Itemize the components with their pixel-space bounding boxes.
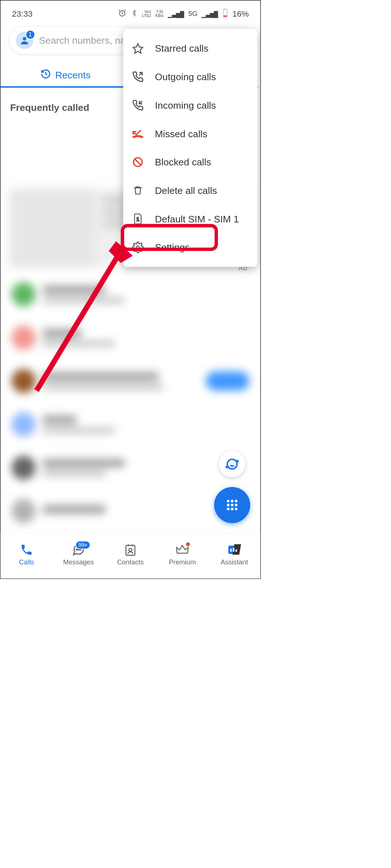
tab-recents-label: Recents: [55, 69, 91, 80]
status-right: Vo1LTE2 7.91KB/s ▁▃▅▇ 5G ▁▃▅▇ 16%: [118, 8, 249, 19]
svg-rect-27: [230, 548, 232, 551]
svg-point-10: [227, 459, 237, 469]
svg-point-19: [235, 508, 237, 510]
call-log-row[interactable]: [9, 359, 251, 403]
nav-calls[interactable]: Calls: [0, 543, 52, 566]
menu-outgoing-calls[interactable]: Outgoing calls: [123, 62, 258, 91]
svg-text:1: 1: [136, 216, 139, 222]
profile-avatar[interactable]: 1: [16, 32, 33, 49]
menu-starred-calls[interactable]: Starred calls: [123, 34, 258, 63]
signal-icon: ▁▃▅▇: [168, 10, 184, 18]
svg-rect-28: [233, 548, 234, 551]
svg-point-15: [231, 504, 233, 506]
assistant-icon: [228, 543, 241, 556]
menu-item-label: Delete all calls: [155, 185, 217, 196]
svg-rect-29: [236, 549, 237, 551]
svg-point-13: [235, 500, 237, 502]
svg-point-24: [129, 548, 132, 551]
nav-label: Contacts: [117, 558, 144, 566]
nav-assistant[interactable]: Assistant: [208, 543, 260, 566]
nav-label: Messages: [63, 558, 94, 566]
call-log-row[interactable]: [9, 273, 251, 316]
svg-point-18: [231, 508, 233, 510]
menu-blocked-calls[interactable]: Blocked calls: [123, 148, 258, 177]
nav-contacts[interactable]: Contacts: [104, 543, 156, 566]
menu-item-label: Default SIM - SIM 1: [155, 213, 239, 224]
tab-recents[interactable]: Recents: [0, 64, 130, 88]
menu-item-label: Blocked calls: [155, 157, 211, 168]
svg-point-20: [76, 549, 77, 550]
call-incoming-icon: [131, 99, 144, 112]
gear-icon: [131, 241, 144, 254]
overflow-menu: Starred calls Outgoing calls Incoming ca…: [123, 29, 258, 267]
contacts-icon: [124, 543, 137, 556]
frequent-contact[interactable]: [62, 135, 91, 164]
bottom-nav: Calls 99+ Messages Contacts Premium: [0, 533, 260, 578]
volte-indicator: Vo1LTE2: [142, 10, 151, 17]
fab-dialpad[interactable]: [214, 487, 250, 523]
menu-item-label: Outgoing calls: [155, 71, 216, 82]
signal-icon-2: ▁▃▅▇: [202, 10, 218, 18]
call-log-row[interactable]: [9, 316, 251, 359]
menu-item-label: Settings: [155, 242, 190, 253]
message-icon: 99+: [72, 543, 85, 556]
svg-rect-23: [126, 545, 135, 555]
svg-point-7: [136, 246, 139, 249]
frequent-contact[interactable]: [14, 135, 43, 164]
menu-incoming-calls[interactable]: Incoming calls: [123, 91, 258, 120]
bluetooth-icon: [131, 9, 138, 18]
menu-item-label: Missed calls: [155, 128, 207, 139]
call-missed-icon: [131, 127, 144, 140]
menu-item-label: Incoming calls: [155, 100, 216, 110]
menu-delete-all-calls[interactable]: Delete all calls: [123, 176, 258, 205]
nav-label: Calls: [19, 558, 34, 566]
trash-icon: [131, 184, 144, 197]
menu-item-label: Starred calls: [155, 43, 208, 54]
fab-truecaller[interactable]: [219, 451, 245, 477]
alarm-icon: [118, 9, 126, 18]
battery-percent: 16%: [232, 9, 249, 18]
nav-label: Premium: [169, 558, 196, 566]
status-time: 23:33: [12, 9, 32, 18]
menu-missed-calls[interactable]: Missed calls: [123, 120, 258, 148]
status-bar: 23:33 Vo1LTE2 7.91KB/s ▁▃▅▇ 5G ▁▃▅▇ 16%: [0, 0, 260, 27]
svg-rect-2: [224, 8, 226, 9]
network-speed: 7.91KB/s: [155, 10, 164, 17]
nav-label: Assistant: [221, 558, 248, 566]
crown-icon: [176, 543, 189, 556]
network-type: 5G: [188, 10, 197, 17]
phone-icon: [20, 543, 33, 556]
call-outgoing-icon: [131, 70, 144, 83]
sim-icon: 1: [131, 212, 144, 225]
svg-point-12: [231, 500, 233, 502]
svg-point-16: [235, 504, 237, 506]
svg-point-17: [227, 508, 229, 510]
star-icon: [131, 42, 144, 55]
menu-settings[interactable]: Settings: [123, 233, 258, 262]
battery-icon: [222, 8, 228, 19]
messages-badge: 99+: [75, 541, 91, 549]
svg-rect-3: [224, 15, 227, 17]
menu-default-sim[interactable]: 1 Default SIM - SIM 1: [123, 205, 258, 233]
svg-point-14: [227, 504, 229, 506]
svg-point-11: [227, 500, 229, 502]
nav-messages[interactable]: 99+ Messages: [52, 543, 104, 566]
svg-point-4: [23, 37, 26, 40]
nav-premium[interactable]: Premium: [157, 543, 208, 566]
history-icon: [40, 69, 51, 81]
avatar-badge: 1: [26, 30, 35, 40]
premium-dot: [185, 542, 191, 547]
block-icon: [131, 156, 144, 169]
call-log-row[interactable]: [9, 403, 251, 446]
